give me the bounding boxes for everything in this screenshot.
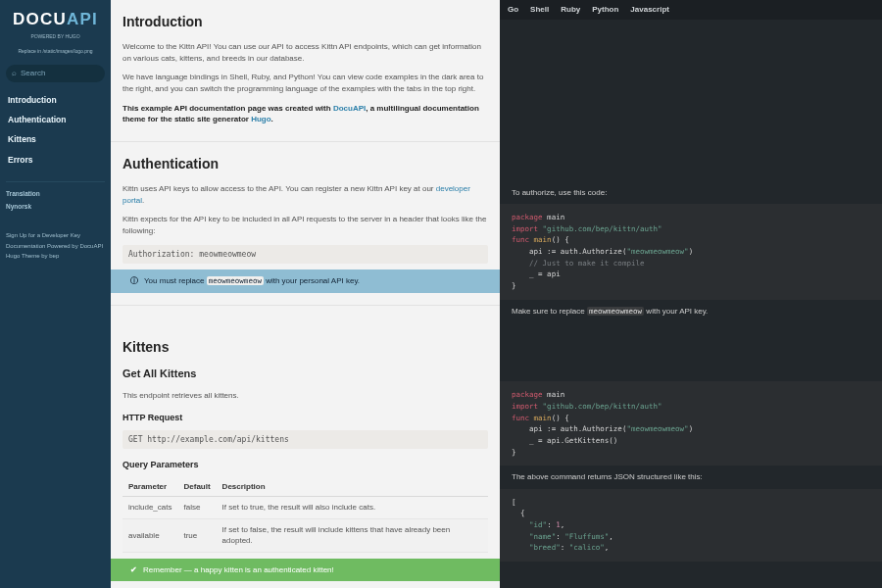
- json-output-block: [ { "id": 1, "name": "Fluffums", "breed"…: [500, 489, 882, 562]
- col-default: Default: [177, 477, 216, 497]
- section-authentication: Authentication Kittn uses API keys to al…: [111, 142, 500, 306]
- auth-code-note2: Make sure to replace meowmeowmeow with y…: [500, 300, 882, 323]
- tab-ruby[interactable]: Ruby: [561, 4, 580, 16]
- check-icon: ✔: [130, 564, 137, 576]
- query-params-table: Parameter Default Description include_ca…: [122, 477, 488, 553]
- footer-links: Sign Up for a Developer Key Documentatio…: [6, 230, 105, 262]
- nav-list: Introduction Authentication Kittens Erro…: [6, 90, 105, 170]
- footer-link-docuapi[interactable]: Documentation Powered by DocuAPI: [6, 241, 105, 252]
- table-row: available true If set to false, the resu…: [122, 518, 488, 552]
- lang-tabs: Go Shell Ruby Python Javascript: [500, 0, 882, 20]
- auth-code-block: package main import "github.com/bep/kitt…: [500, 204, 882, 299]
- search-icon: ⌕: [12, 68, 17, 79]
- link-docuapi[interactable]: DocuAPI: [333, 104, 366, 113]
- section-introduction: Introduction Welcome to the Kittn API! Y…: [111, 0, 500, 142]
- auth-title: Authentication: [122, 148, 488, 179]
- content-pane: Introduction Welcome to the Kittn API! Y…: [111, 0, 500, 588]
- footer-link-theme[interactable]: Hugo Theme by bep: [6, 251, 105, 262]
- json-note: The above command returns JSON structure…: [500, 466, 882, 489]
- col-parameter: Parameter: [122, 477, 177, 497]
- intro-p1: Welcome to the Kittn API! You can use ou…: [122, 37, 488, 68]
- elevator-pitch: Replace in /static/images/logo.png: [6, 48, 105, 55]
- link-hugo[interactable]: Hugo: [251, 115, 270, 123]
- nav-introduction[interactable]: Introduction: [6, 90, 105, 110]
- spacer: [111, 306, 500, 325]
- intro-p2: We have language bindings in Shell, Ruby…: [122, 68, 488, 98]
- query-params-heading: Query Parameters: [122, 453, 488, 473]
- auth-p2: Kittn expects for the API key to be incl…: [122, 210, 488, 240]
- logo-tagline: POWERED BY HUGO: [6, 33, 105, 40]
- nav-authentication[interactable]: Authentication: [6, 110, 105, 129]
- auth-p1: Kittn uses API keys to allow access to t…: [122, 179, 488, 210]
- sidebar: DOCUAPI POWERED BY HUGO Replace in /stat…: [0, 0, 111, 588]
- info-icon: ⓘ: [130, 275, 138, 287]
- logo-main: DOCU: [13, 10, 67, 28]
- auth-header-codeline: Authorization: meowmeowmeow: [122, 245, 488, 265]
- kittens-code-block: package main import "github.com/bep/kitt…: [500, 381, 882, 466]
- tab-go[interactable]: Go: [508, 4, 518, 16]
- translation-link-nynorsk[interactable]: Nynorsk: [6, 200, 105, 212]
- search-placeholder: Search: [21, 68, 45, 79]
- translation-heading: Translation: [6, 188, 105, 200]
- logo: DOCUAPI: [6, 8, 105, 32]
- nav-errors[interactable]: Errors: [6, 150, 105, 170]
- success-text: Remember — a happy kitten is an authenti…: [143, 564, 334, 576]
- success-notice: ✔ Remember — a happy kitten is an authen…: [111, 559, 500, 582]
- search-input[interactable]: ⌕ Search: [6, 65, 105, 82]
- code-pane: Go Shell Ruby Python Javascript To autho…: [500, 0, 882, 588]
- tab-python[interactable]: Python: [592, 4, 618, 16]
- tab-javascript[interactable]: Javascript: [630, 4, 669, 16]
- kittens-title: Kittens: [122, 331, 488, 363]
- col-description: Description: [217, 477, 488, 497]
- intro-p3: This example API documentation page was …: [122, 99, 488, 129]
- kittens-sub1: Get All Kittens: [122, 363, 488, 386]
- translation-section: Translation Nynorsk: [6, 181, 105, 213]
- section-kittens: Kittens Get All Kittens This endpoint re…: [111, 325, 500, 588]
- auth-code-note: To authorize, use this code:: [500, 181, 882, 205]
- http-request-code: GET http://example.com/api/kittens: [122, 430, 488, 450]
- intro-title: Introduction: [122, 6, 488, 37]
- footer-link-devkey[interactable]: Sign Up for a Developer Key: [6, 230, 105, 241]
- table-row: include_cats false If set to true, the r…: [122, 497, 488, 519]
- logo-suffix: API: [67, 10, 98, 28]
- kittens-p1: This endpoint retrieves all kittens.: [122, 386, 488, 406]
- table-header-row: Parameter Default Description: [122, 477, 488, 497]
- nav-kittens[interactable]: Kittens: [6, 129, 105, 149]
- http-request-heading: HTTP Request: [122, 406, 488, 426]
- tab-shell[interactable]: Shell: [530, 4, 549, 16]
- auth-notice: ⓘ You must replace meowmeowmeow with you…: [111, 270, 500, 293]
